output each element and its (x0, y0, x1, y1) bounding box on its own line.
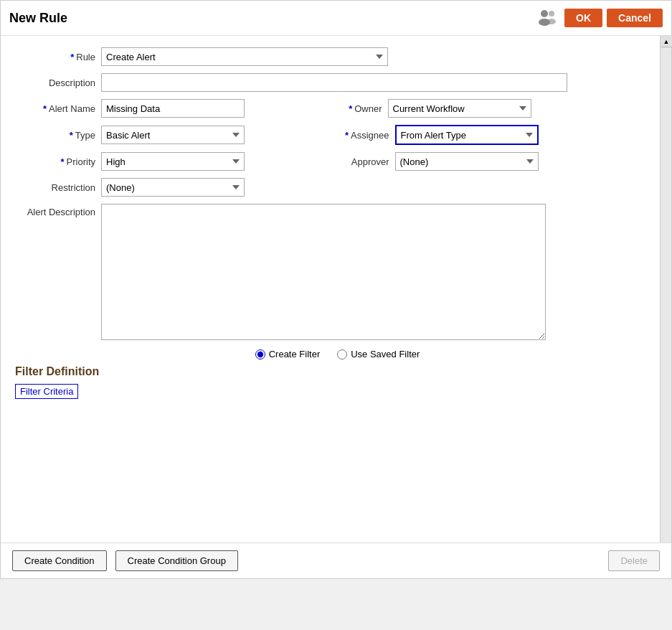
filter-definition-section: Filter Definition Filter Criteria (15, 365, 660, 542)
delete-button: Delete (608, 550, 660, 571)
restriction-select[interactable]: (None) Restrict1 Restrict2 (101, 178, 245, 197)
alert-name-label: *Alert Name (15, 103, 101, 114)
filter-criteria-link[interactable]: Filter Criteria (15, 384, 78, 399)
description-input[interactable] (101, 73, 567, 92)
dialog-header: New Rule OK Cancel (1, 1, 671, 36)
use-saved-filter-radio[interactable] (337, 349, 347, 359)
alert-name-star: * (43, 103, 47, 114)
svg-point-3 (547, 19, 556, 24)
filter-radio-row: Create Filter Use Saved Filter (15, 349, 660, 359)
scroll-up-arrow[interactable]: ▲ (661, 36, 672, 47)
create-filter-radio[interactable] (255, 349, 265, 359)
create-condition-group-button[interactable]: Create Condition Group (115, 550, 238, 571)
dialog-footer: Create Condition Create Condition Group … (1, 542, 671, 578)
type-star: * (70, 130, 73, 141)
use-saved-filter-radio-label[interactable]: Use Saved Filter (337, 349, 420, 359)
description-label: Description (15, 77, 101, 88)
alert-name-input[interactable] (101, 99, 245, 118)
cancel-button[interactable]: Cancel (607, 9, 663, 27)
footer-left-buttons: Create Condition Create Condition Group (12, 550, 238, 571)
ok-button[interactable]: OK (564, 9, 602, 27)
create-filter-radio-label[interactable]: Create Filter (255, 349, 321, 359)
right-scrollbar[interactable]: ▲ (660, 36, 671, 542)
owner-star: * (349, 103, 352, 114)
rule-select[interactable]: Create Alert Send Email Update Field (101, 47, 388, 66)
rule-required-star: * (70, 52, 74, 62)
priority-label: *Priority (15, 156, 101, 167)
svg-point-0 (541, 10, 548, 17)
restriction-row: Restriction (None) Restrict1 Restrict2 (15, 178, 660, 197)
priority-approver-row: *Priority High Medium Low Approver (None… (15, 152, 660, 171)
priority-star: * (60, 156, 64, 167)
approver-col: Approver (None) User Role (338, 152, 661, 171)
user-group-icon (536, 8, 559, 28)
header-actions: OK Cancel (534, 6, 663, 29)
priority-col: *Priority High Medium Low (15, 152, 338, 171)
assignee-select[interactable]: From Alert Type User Role Group (395, 125, 539, 145)
rule-label: *Rule (15, 52, 101, 62)
type-select[interactable]: Basic Alert Escalation Reminder (101, 126, 245, 144)
owner-label: *Owner (338, 103, 388, 114)
assignee-star: * (345, 130, 349, 141)
type-col: *Type Basic Alert Escalation Reminder (15, 126, 338, 144)
assignee-col: *Assignee From Alert Type User Role Grou… (338, 125, 661, 145)
new-rule-dialog: New Rule OK Cancel *Rule (0, 0, 672, 579)
dialog-title: New Rule (9, 11, 67, 26)
assignee-label: *Assignee (338, 130, 395, 141)
alert-description-label: Alert Description (15, 204, 101, 217)
type-label: *Type (15, 130, 101, 141)
owner-col: *Owner Current Workflow User Role (338, 99, 661, 118)
type-assignee-row: *Type Basic Alert Escalation Reminder *A… (15, 125, 660, 145)
alert-description-row: Alert Description (15, 204, 660, 340)
create-condition-button[interactable]: Create Condition (12, 550, 107, 571)
approver-label: Approver (338, 156, 395, 167)
owner-select[interactable]: Current Workflow User Role (388, 99, 531, 118)
restriction-label: Restriction (15, 182, 101, 193)
priority-select[interactable]: High Medium Low (101, 152, 245, 171)
description-row: Description (15, 73, 660, 92)
alert-name-col: *Alert Name (15, 99, 338, 118)
filter-definition-title: Filter Definition (15, 365, 645, 378)
rule-row: *Rule Create Alert Send Email Update Fie… (15, 47, 660, 66)
alert-description-textarea[interactable] (101, 204, 546, 340)
approver-select[interactable]: (None) User Role (395, 152, 539, 171)
user-icon-button[interactable] (534, 6, 560, 29)
svg-point-2 (549, 11, 554, 17)
alert-name-owner-row: *Alert Name *Owner Current Workflow User… (15, 99, 660, 118)
